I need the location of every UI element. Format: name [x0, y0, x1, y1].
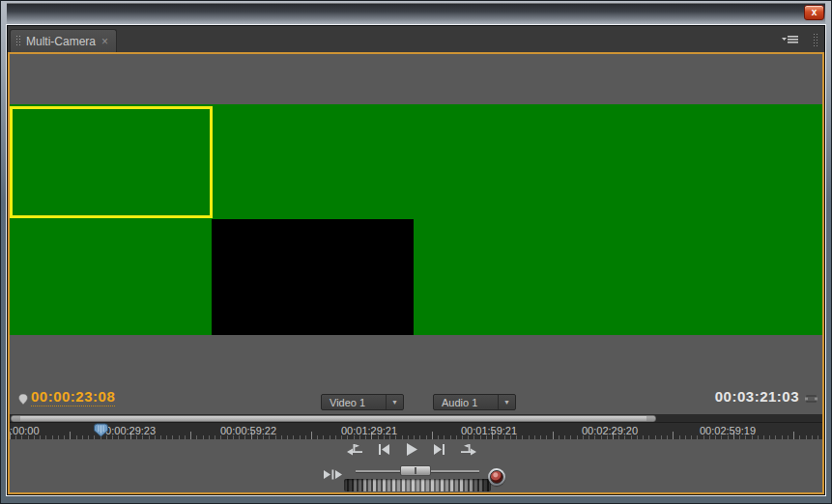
tab-multi-camera[interactable]: Multi-Camera × — [10, 29, 117, 52]
shuttle-thumb[interactable] — [400, 465, 431, 476]
app-window: x Multi-Camera × — [0, 0, 832, 504]
playhead[interactable] — [93, 423, 109, 437]
window-close-button[interactable]: x — [804, 5, 824, 20]
jog-wheel[interactable] — [344, 479, 491, 491]
play-in-to-out-button[interactable] — [323, 468, 343, 481]
ruler-label: 00:01:29:21 — [341, 425, 397, 436]
video-track-select[interactable]: Video 1 ▼ — [321, 394, 404, 410]
ruler-label: 00:02:29:20 — [582, 425, 638, 436]
video-track-label: Video 1 — [322, 397, 386, 408]
shuttle-slider[interactable] — [356, 470, 479, 472]
panel-menu-icon[interactable] — [782, 35, 799, 44]
go-to-in-button[interactable] — [345, 441, 365, 458]
chevron-down-icon[interactable]: ▼ — [498, 395, 515, 409]
ruler-label: 00:02:59:19 — [700, 425, 756, 436]
total-duration-timecode: 00:03:21:03 — [715, 388, 799, 405]
step-back-button[interactable] — [373, 441, 393, 458]
timeline: :00:00 00:00:29:23 00:00:59:22 00:01:29:… — [10, 414, 822, 439]
audio-track-label: Audio 1 — [434, 397, 498, 408]
timeline-scrollbar[interactable] — [11, 415, 656, 422]
tab-grip-icon[interactable] — [15, 35, 20, 47]
tab-close-icon[interactable]: × — [101, 36, 108, 47]
current-timecode[interactable]: 00:00:23:08 — [31, 388, 115, 406]
play-button[interactable] — [401, 441, 421, 458]
multicam-monitor: 00:00:23:08 Video 1 ▼ Audio 1 ▼ 00:03:21… — [8, 52, 824, 494]
step-forward-button[interactable] — [429, 441, 449, 458]
ruler-label: 00:00:59:22 — [220, 425, 276, 436]
tab-label: Multi-Camera — [26, 35, 96, 48]
panel-grip-icon — [813, 33, 818, 46]
audio-track-select[interactable]: Audio 1 ▼ — [433, 394, 516, 410]
time-ruler[interactable]: :00:00 00:00:29:23 00:00:59:22 00:01:29:… — [10, 422, 822, 439]
camera-selection-outline[interactable] — [10, 106, 213, 218]
transport-controls — [345, 441, 477, 458]
close-icon: x — [812, 7, 818, 17]
video-preview-area[interactable] — [10, 104, 822, 335]
record-icon — [490, 470, 503, 484]
ruler-label: 00:01:59:21 — [461, 425, 517, 436]
record-button[interactable] — [488, 468, 505, 486]
black-video-region[interactable] — [212, 219, 414, 335]
ruler-label: :00:00 — [10, 425, 40, 436]
resize-grip-icon — [805, 394, 818, 404]
panel-frame: Multi-Camera × — [7, 25, 825, 495]
chevron-down-icon[interactable]: ▼ — [386, 395, 403, 409]
window-titlebar[interactable]: x — [7, 3, 825, 24]
panel-tab-bar: Multi-Camera × — [8, 26, 824, 52]
go-to-out-button[interactable] — [457, 441, 477, 458]
marker-icon — [18, 394, 28, 406]
